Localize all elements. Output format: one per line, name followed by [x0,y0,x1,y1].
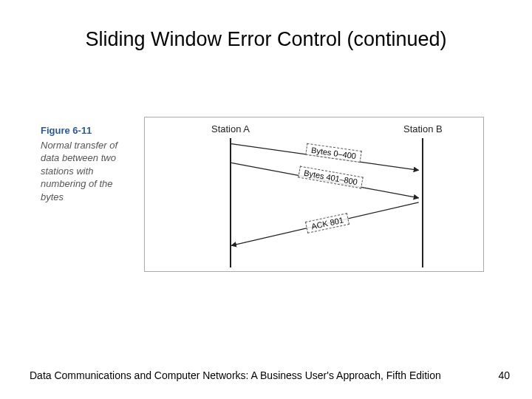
figure-label: Figure 6-11 [41,124,137,137]
arrows-svg [145,117,483,271]
figure-caption: Figure 6-11 Normal transfer of data betw… [41,124,137,203]
figure-description: Normal transfer of data between two stat… [41,140,117,202]
footer-text: Data Communications and Computer Network… [30,369,502,381]
page-title: Sliding Window Error Control (continued) [0,28,532,51]
diagram-box: Station A Station B Bytes 0–400 Bytes 40… [144,117,484,272]
page-number: 40 [498,369,510,381]
figure-area: Figure 6-11 Normal transfer of data betw… [41,117,491,279]
